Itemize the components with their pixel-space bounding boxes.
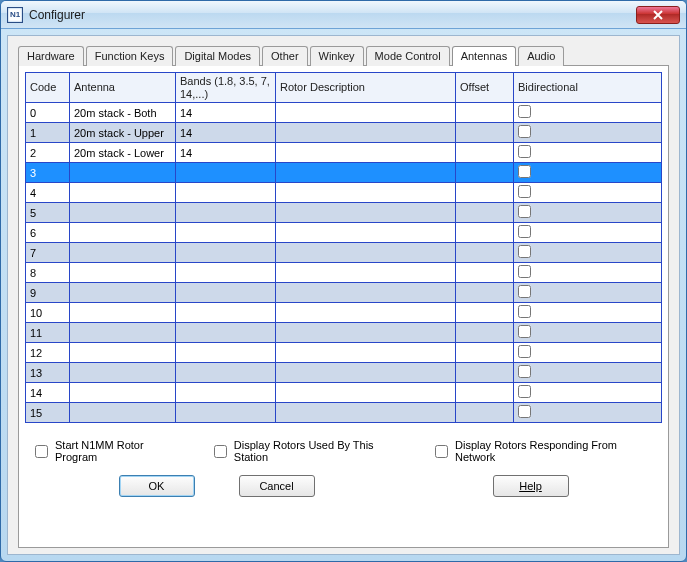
cell-bands[interactable] — [176, 363, 276, 383]
cell-offset[interactable] — [456, 223, 514, 243]
cell-bidirectional[interactable] — [514, 383, 662, 403]
tab-function-keys[interactable]: Function Keys — [86, 46, 174, 66]
option-start-rotor[interactable]: Start N1MM Rotor Program — [31, 439, 186, 463]
table-row[interactable]: 7 — [26, 243, 662, 263]
cell-offset[interactable] — [456, 283, 514, 303]
cell-bands[interactable] — [176, 223, 276, 243]
bidirectional-checkbox[interactable] — [518, 405, 531, 418]
tab-digital-modes[interactable]: Digital Modes — [175, 46, 260, 66]
cell-code[interactable]: 3 — [26, 163, 70, 183]
cell-antenna[interactable] — [70, 303, 176, 323]
table-row[interactable]: 3 — [26, 163, 662, 183]
cell-antenna[interactable]: 20m stack - Lower — [70, 143, 176, 163]
cell-offset[interactable] — [456, 263, 514, 283]
cell-code[interactable]: 11 — [26, 323, 70, 343]
bidirectional-checkbox[interactable] — [518, 345, 531, 358]
cancel-button[interactable]: Cancel — [239, 475, 315, 497]
bidirectional-checkbox[interactable] — [518, 145, 531, 158]
table-row[interactable]: 13 — [26, 363, 662, 383]
table-row[interactable]: 6 — [26, 223, 662, 243]
bidirectional-checkbox[interactable] — [518, 285, 531, 298]
table-row[interactable]: 5 — [26, 203, 662, 223]
cell-code[interactable]: 5 — [26, 203, 70, 223]
cell-antenna[interactable] — [70, 203, 176, 223]
cell-bands[interactable]: 14 — [176, 103, 276, 123]
cell-bands[interactable] — [176, 183, 276, 203]
cell-bidirectional[interactable] — [514, 403, 662, 423]
table-row[interactable]: 9 — [26, 283, 662, 303]
option-display-used-checkbox[interactable] — [214, 445, 227, 458]
cell-code[interactable]: 14 — [26, 383, 70, 403]
cell-rotor[interactable] — [276, 383, 456, 403]
cell-antenna[interactable] — [70, 243, 176, 263]
cell-bands[interactable] — [176, 263, 276, 283]
bidirectional-checkbox[interactable] — [518, 225, 531, 238]
table-row[interactable]: 12 — [26, 343, 662, 363]
cell-rotor[interactable] — [276, 323, 456, 343]
tab-mode-control[interactable]: Mode Control — [366, 46, 450, 66]
cell-offset[interactable] — [456, 303, 514, 323]
cell-rotor[interactable] — [276, 163, 456, 183]
cell-bidirectional[interactable] — [514, 323, 662, 343]
cell-code[interactable]: 8 — [26, 263, 70, 283]
cell-code[interactable]: 7 — [26, 243, 70, 263]
cell-code[interactable]: 12 — [26, 343, 70, 363]
cell-offset[interactable] — [456, 203, 514, 223]
cell-offset[interactable] — [456, 403, 514, 423]
cell-code[interactable]: 10 — [26, 303, 70, 323]
option-display-network[interactable]: Display Rotors Responding From Network — [431, 439, 656, 463]
cell-antenna[interactable] — [70, 163, 176, 183]
grid-header-rotor[interactable]: Rotor Description — [276, 73, 456, 103]
table-row[interactable]: 14 — [26, 383, 662, 403]
table-row[interactable]: 10 — [26, 303, 662, 323]
cell-bands[interactable] — [176, 403, 276, 423]
cell-bands[interactable] — [176, 163, 276, 183]
grid-header-offset[interactable]: Offset — [456, 73, 514, 103]
cell-offset[interactable] — [456, 163, 514, 183]
cell-antenna[interactable]: 20m stack - Both — [70, 103, 176, 123]
cell-offset[interactable] — [456, 323, 514, 343]
tab-hardware[interactable]: Hardware — [18, 46, 84, 66]
cell-code[interactable]: 2 — [26, 143, 70, 163]
cell-code[interactable]: 1 — [26, 123, 70, 143]
table-row[interactable]: 4 — [26, 183, 662, 203]
bidirectional-checkbox[interactable] — [518, 245, 531, 258]
cell-antenna[interactable] — [70, 223, 176, 243]
cell-offset[interactable] — [456, 383, 514, 403]
cell-code[interactable]: 9 — [26, 283, 70, 303]
ok-button[interactable]: OK — [119, 475, 195, 497]
option-display-network-checkbox[interactable] — [435, 445, 448, 458]
cell-bidirectional[interactable] — [514, 123, 662, 143]
bidirectional-checkbox[interactable] — [518, 385, 531, 398]
cell-rotor[interactable] — [276, 103, 456, 123]
cell-rotor[interactable] — [276, 343, 456, 363]
cell-antenna[interactable] — [70, 343, 176, 363]
help-button[interactable]: Help — [493, 475, 569, 497]
table-row[interactable]: 15 — [26, 403, 662, 423]
cell-bands[interactable]: 14 — [176, 143, 276, 163]
option-display-used[interactable]: Display Rotors Used By This Station — [210, 439, 407, 463]
cell-code[interactable]: 6 — [26, 223, 70, 243]
grid-header-bands[interactable]: Bands (1.8, 3.5, 7, 14,...) — [176, 73, 276, 103]
cell-antenna[interactable]: 20m stack - Upper — [70, 123, 176, 143]
cell-offset[interactable] — [456, 103, 514, 123]
table-row[interactable]: 120m stack - Upper14 — [26, 123, 662, 143]
grid-header-bidi[interactable]: Bidirectional — [514, 73, 662, 103]
bidirectional-checkbox[interactable] — [518, 185, 531, 198]
table-row[interactable]: 11 — [26, 323, 662, 343]
cell-antenna[interactable] — [70, 183, 176, 203]
bidirectional-checkbox[interactable] — [518, 265, 531, 278]
bidirectional-checkbox[interactable] — [518, 105, 531, 118]
cell-bands[interactable] — [176, 203, 276, 223]
cell-bidirectional[interactable] — [514, 303, 662, 323]
cell-rotor[interactable] — [276, 123, 456, 143]
cell-bidirectional[interactable] — [514, 203, 662, 223]
tab-antennas[interactable]: Antennas — [452, 46, 516, 66]
titlebar[interactable]: N1 Configurer — [1, 1, 686, 29]
tab-other[interactable]: Other — [262, 46, 308, 66]
cell-offset[interactable] — [456, 343, 514, 363]
cell-bands[interactable]: 14 — [176, 123, 276, 143]
cell-antenna[interactable] — [70, 403, 176, 423]
grid-header-antenna[interactable]: Antenna — [70, 73, 176, 103]
cell-rotor[interactable] — [276, 283, 456, 303]
